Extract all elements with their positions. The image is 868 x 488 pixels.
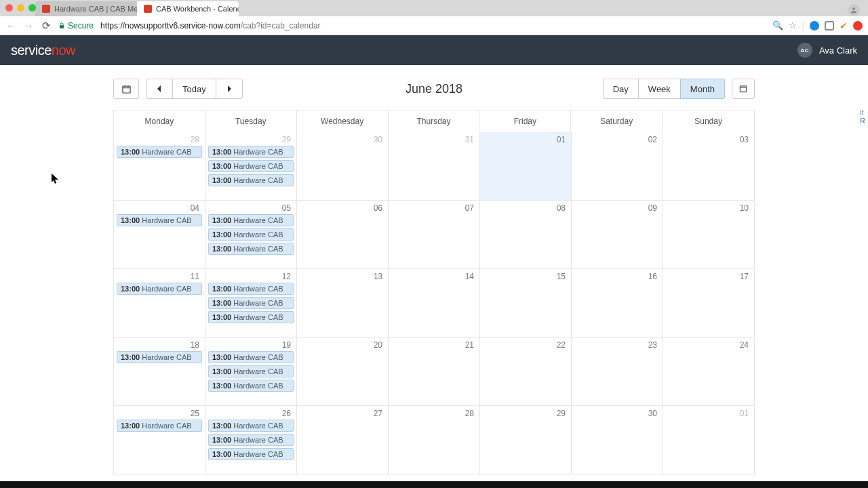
url-bar: ← → ⟳ Secure https://nowsupporttv6.servi…: [0, 16, 868, 35]
window-controls[interactable]: [5, 4, 36, 12]
calendar-event[interactable]: 13:00 Hardware CAB: [117, 351, 202, 363]
calendar-cell[interactable]: 16: [572, 269, 663, 338]
app-header: servicenow AC Ava Clark: [0, 35, 868, 65]
calendar-cell[interactable]: 23: [572, 338, 663, 406]
user-name: Ava Clark: [819, 45, 857, 56]
user-menu[interactable]: AC Ava Clark: [797, 43, 857, 58]
extension-icon[interactable]: [810, 21, 819, 30]
day-number: 11: [191, 272, 199, 281]
calendar-cell[interactable]: 17: [663, 269, 755, 338]
calendar-cell[interactable]: 09: [572, 201, 663, 269]
day-number: 16: [648, 272, 657, 281]
extension-icon[interactable]: [853, 21, 863, 30]
view-week-button[interactable]: Week: [638, 79, 681, 99]
calendar-cell[interactable]: 01: [480, 132, 572, 201]
calendar-event[interactable]: 13:00 Hardware CAB: [208, 174, 294, 186]
calendar-cell[interactable]: 15: [480, 269, 572, 338]
calendar-cell[interactable]: 02: [572, 132, 663, 201]
calendar-event[interactable]: 13:00 Hardware CAB: [117, 283, 202, 295]
reload-icon[interactable]: ⟳: [41, 20, 52, 32]
calendar-cell[interactable]: 14: [389, 269, 480, 338]
calendar-event[interactable]: 13:00 Hardware CAB: [208, 228, 294, 241]
calendar-cell[interactable]: 27: [297, 406, 389, 474]
calendar-event[interactable]: 13:00 Hardware CAB: [208, 351, 294, 363]
calendar-grid: 2813:00 Hardware CAB2913:00 Hardware CAB…: [113, 132, 755, 474]
calendar-event[interactable]: 13:00 Hardware CAB: [208, 448, 294, 460]
calendar-cell[interactable]: 1213:00 Hardware CAB13:00 Hardware CAB13…: [205, 269, 297, 338]
calendar-event[interactable]: 13:00 Hardware CAB: [208, 214, 294, 226]
calendar-cell[interactable]: 24: [663, 338, 755, 406]
calendar-cell[interactable]: 06: [297, 201, 389, 269]
weekday-label: Wednesday: [297, 110, 389, 132]
calendar-cell[interactable]: 28: [389, 406, 480, 474]
day-number: 17: [740, 272, 749, 281]
favicon-icon: [42, 5, 50, 13]
calendar-event[interactable]: 13:00 Hardware CAB: [208, 311, 294, 323]
calendar-event[interactable]: 13:00 Hardware CAB: [208, 420, 294, 432]
day-number: 04: [191, 203, 199, 213]
calendar-cell[interactable]: 31: [389, 132, 480, 201]
day-number: 13: [374, 272, 382, 281]
calendar-cell[interactable]: 29: [480, 406, 572, 474]
calendar-event[interactable]: 13:00 Hardware CAB: [117, 214, 202, 226]
day-number: 15: [557, 272, 566, 281]
calendar-cell[interactable]: 10: [663, 201, 755, 269]
calendar-cell[interactable]: 07: [389, 201, 480, 269]
day-number: 01: [557, 135, 566, 144]
calendar-cell[interactable]: 01: [663, 406, 755, 474]
profile-icon[interactable]: [848, 4, 860, 16]
calendar-event[interactable]: 13:00 Hardware CAB: [208, 283, 294, 295]
calendar-cell[interactable]: 03: [663, 132, 755, 201]
calendar-event[interactable]: 13:00 Hardware CAB: [117, 146, 202, 158]
calendar-cell[interactable]: 2913:00 Hardware CAB13:00 Hardware CAB13…: [205, 132, 297, 201]
calendar-event[interactable]: 13:00 Hardware CAB: [208, 160, 294, 172]
calendar-event[interactable]: 13:00 Hardware CAB: [208, 297, 294, 309]
calendar-event[interactable]: 13:00 Hardware CAB: [208, 434, 294, 446]
zoom-icon[interactable]: 🔍: [772, 20, 783, 30]
back-icon[interactable]: ←: [5, 20, 16, 31]
options-button[interactable]: [732, 79, 755, 99]
view-month-button[interactable]: Month: [680, 79, 725, 99]
browser-tab[interactable]: CAB Workbench - Calendar - C ×: [137, 1, 239, 16]
day-number: 07: [465, 203, 474, 213]
calendar-cell[interactable]: 2613:00 Hardware CAB13:00 Hardware CAB13…: [205, 406, 297, 474]
calendar-cell[interactable]: 08: [480, 201, 572, 269]
calendar-cell[interactable]: 13: [297, 269, 389, 338]
calendar-cell[interactable]: 1813:00 Hardware CAB: [114, 338, 205, 406]
calendar-cell[interactable]: 30: [297, 132, 389, 201]
extension-icon[interactable]: [825, 21, 834, 30]
calendar-cell[interactable]: 22: [480, 338, 572, 406]
calendar-cell[interactable]: 2813:00 Hardware CAB: [114, 132, 205, 201]
date-picker-button[interactable]: [113, 79, 139, 99]
extension-icon[interactable]: ✔: [840, 20, 848, 31]
today-button[interactable]: Today: [172, 79, 216, 99]
prev-button[interactable]: [146, 79, 173, 99]
calendar-cell[interactable]: 21: [389, 338, 480, 406]
day-number: 25: [191, 409, 199, 418]
close-window-icon[interactable]: [5, 4, 13, 12]
calendar-event[interactable]: 13:00 Hardware CAB: [208, 146, 294, 158]
calendar-cell[interactable]: 0413:00 Hardware CAB: [114, 201, 205, 269]
day-number: 22: [557, 340, 566, 350]
calendar-cell[interactable]: 20: [297, 338, 389, 406]
calendar-cell[interactable]: 1913:00 Hardware CAB13:00 Hardware CAB13…: [205, 338, 297, 406]
maximize-window-icon[interactable]: [28, 4, 36, 12]
calendar-event[interactable]: 13:00 Hardware CAB: [208, 243, 294, 255]
calendar-cell[interactable]: 30: [572, 406, 663, 474]
secure-badge[interactable]: Secure: [58, 21, 94, 30]
bookmark-icon[interactable]: ☆: [789, 20, 797, 30]
next-button[interactable]: [216, 79, 243, 99]
minimize-window-icon[interactable]: [17, 4, 24, 12]
calendar-event[interactable]: 13:00 Hardware CAB: [208, 365, 294, 378]
view-day-button[interactable]: Day: [603, 79, 639, 99]
right-peek: itR: [860, 108, 868, 125]
calendar-cell[interactable]: 0513:00 Hardware CAB13:00 Hardware CAB13…: [205, 201, 297, 269]
view-switch: Day Week Month: [603, 79, 725, 99]
calendar-cell[interactable]: 2513:00 Hardware CAB: [114, 406, 205, 474]
calendar-event[interactable]: 13:00 Hardware CAB: [208, 380, 294, 392]
browser-tab[interactable]: Hardware CAB | CAB Meeting ×: [35, 1, 137, 16]
url-text[interactable]: https://nowsupporttv6.service-now.com/ca…: [100, 21, 321, 30]
calendar-cell[interactable]: 1113:00 Hardware CAB: [114, 269, 205, 338]
logo[interactable]: servicenow: [11, 43, 75, 58]
calendar-event[interactable]: 13:00 Hardware CAB: [117, 420, 202, 432]
